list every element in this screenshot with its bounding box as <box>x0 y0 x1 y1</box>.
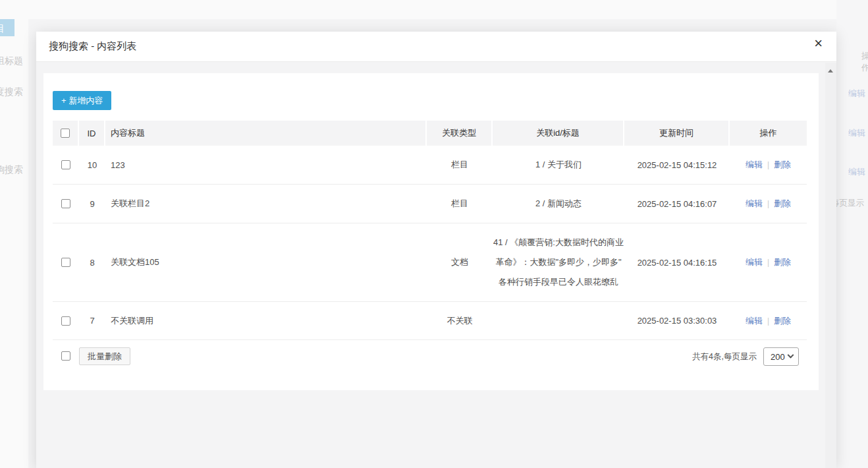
cell-title: 不关联调用 <box>105 302 427 339</box>
delete-link[interactable]: 删除 <box>774 198 791 210</box>
action-separator: | <box>767 258 769 267</box>
record-count-summary: 共有4条,每页显示 <box>692 351 757 363</box>
cell-updated: 2025-02-15 04:15:12 <box>624 146 730 184</box>
table-footer: 批量删除 共有4条,每页显示 200 <box>53 340 807 386</box>
modal-body: + 新增内容 ID 内容标题 关联类型 关联id/标题 更新时间 操作 10 1… <box>36 63 836 468</box>
cell-title: 关联栏目2 <box>105 185 427 223</box>
cell-assoc-target: 41 / 《颠覆营销:大数据时代的商业 革命》：大数据"多即少，少即多" 各种行… <box>493 223 624 301</box>
edit-link[interactable]: 编辑 <box>746 256 763 268</box>
row-checkbox[interactable] <box>61 258 70 267</box>
cell-assoc-target: 1 / 关于我们 <box>493 146 624 184</box>
delete-link[interactable]: 删除 <box>774 256 791 268</box>
cell-id: 10 <box>79 146 105 184</box>
cell-title: 关联文档105 <box>105 223 427 301</box>
header-assoc-type: 关联类型 <box>427 121 493 146</box>
header-id: ID <box>79 121 105 146</box>
content-list-modal: 搜狗搜索 - 内容列表 × + 新增内容 ID 内容标题 关联类型 关联id/标… <box>36 32 836 468</box>
select-all-checkbox[interactable] <box>61 129 70 138</box>
table-row: 10 123 栏目 1 / 关于我们 2025-02-15 04:15:12 编… <box>53 146 807 185</box>
table-row: 9 关联栏目2 栏目 2 / 新闻动态 2025-02-15 04:16:07 … <box>53 185 807 223</box>
header-updated: 更新时间 <box>624 121 730 146</box>
cell-assoc-type: 不关联 <box>427 302 493 339</box>
background-topbar <box>0 0 868 19</box>
modal-title: 搜狗搜索 - 内容列表 <box>49 40 136 53</box>
modal-header: 搜狗搜索 - 内容列表 × <box>36 32 836 62</box>
row-checkbox[interactable] <box>61 199 70 208</box>
cell-id: 7 <box>79 302 105 339</box>
background-right-panel <box>836 0 868 468</box>
cell-assoc-type: 栏目 <box>427 185 493 223</box>
add-content-button[interactable]: + 新增内容 <box>53 91 111 110</box>
cell-updated: 2025-02-15 04:16:15 <box>624 223 730 301</box>
delete-link[interactable]: 删除 <box>774 315 791 327</box>
chevron-down-icon <box>788 351 794 358</box>
close-icon[interactable]: × <box>814 36 823 51</box>
background-sidebar <box>0 0 28 468</box>
action-separator: | <box>767 199 769 208</box>
action-separator: | <box>767 316 769 326</box>
footer-select-all-checkbox[interactable] <box>61 351 70 361</box>
cell-assoc-target: 2 / 新闻动态 <box>493 185 624 223</box>
action-separator: | <box>767 160 769 169</box>
batch-delete-button[interactable]: 批量删除 <box>79 347 130 365</box>
table-header-row: ID 内容标题 关联类型 关联id/标题 更新时间 操作 <box>53 121 807 146</box>
scroll-up-icon[interactable] <box>828 69 833 73</box>
content-table: ID 内容标题 关联类型 关联id/标题 更新时间 操作 10 123 栏目 1… <box>53 121 807 386</box>
header-actions: 操作 <box>730 121 807 146</box>
content-card: + 新增内容 ID 内容标题 关联类型 关联id/标题 更新时间 操作 10 1… <box>43 73 819 390</box>
cell-assoc-target <box>493 302 624 339</box>
cell-updated: 2025-02-15 03:30:03 <box>624 302 730 339</box>
cell-id: 8 <box>79 223 105 301</box>
row-checkbox[interactable] <box>61 316 70 326</box>
cell-id: 9 <box>79 185 105 223</box>
table-row: 7 不关联调用 不关联 2025-02-15 03:30:03 编辑 | 删除 <box>53 302 807 340</box>
page-size-value: 200 <box>771 352 785 362</box>
cell-title: 123 <box>105 146 427 184</box>
page-size-select[interactable]: 200 <box>763 347 799 366</box>
header-title: 内容标题 <box>105 121 427 146</box>
delete-link[interactable]: 删除 <box>774 159 791 171</box>
table-row: 8 关联文档105 文档 41 / 《颠覆营销:大数据时代的商业 革命》：大数据… <box>53 223 807 302</box>
header-assoc-target: 关联id/标题 <box>493 121 624 146</box>
cell-updated: 2025-02-15 04:16:07 <box>624 185 730 223</box>
cell-assoc-type: 栏目 <box>427 146 493 184</box>
scrollbar[interactable] <box>825 63 836 468</box>
edit-link[interactable]: 编辑 <box>746 198 763 210</box>
edit-link[interactable]: 编辑 <box>746 159 763 171</box>
edit-link[interactable]: 编辑 <box>746 315 763 327</box>
cell-assoc-type: 文档 <box>427 223 493 301</box>
row-checkbox[interactable] <box>61 160 70 169</box>
